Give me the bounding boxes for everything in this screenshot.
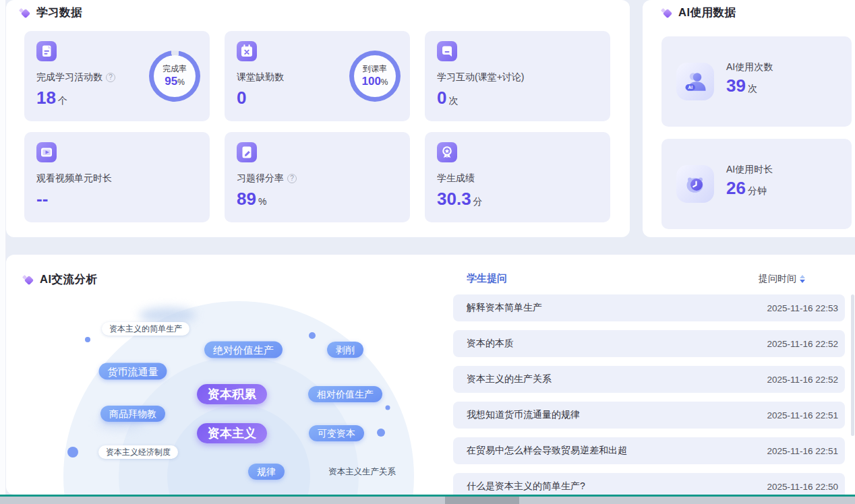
keyword-pill[interactable]: 资本主义经济制度 bbox=[98, 445, 178, 459]
learning-section-header: 学习数据 bbox=[20, 5, 82, 20]
ai-card-label: AI使用次数 bbox=[726, 61, 773, 73]
questions-header-row: 学生提问 提问时间 bbox=[467, 272, 851, 285]
question-row[interactable]: 资本主义的生产关系2025-11-16 22:52 bbox=[453, 366, 845, 393]
keyword-pill[interactable]: 规律 bbox=[248, 464, 285, 480]
section-diamond-icon bbox=[20, 7, 30, 18]
keyword-pill[interactable]: 相对价值生产 bbox=[308, 386, 382, 402]
learning-data-panel: 学习数据 完成学习活动数?18个完成率95%课堂缺勤数0到课率100%学习互动(… bbox=[6, 0, 630, 237]
decorative-blob bbox=[139, 307, 196, 323]
stat-label: 课堂缺勤数 bbox=[237, 71, 284, 84]
keyword-pill: 资本主义生产关系 bbox=[328, 468, 396, 476]
question-time: 2025-11-16 22:53 bbox=[767, 303, 838, 313]
questions-scrollbar-thumb[interactable] bbox=[851, 294, 854, 436]
question-row[interactable]: 资本的本质2025-11-16 22:52 bbox=[453, 330, 845, 357]
ai-analysis-panel: AI交流分析 资本主义的简单生产绝对价值生产剥削货币流通量资本积累相对价值生产商… bbox=[6, 255, 855, 495]
ai-cards-list: AIAI使用次数39次AI使用时长26分钟 bbox=[661, 36, 852, 241]
question-time: 2025-11-16 22:51 bbox=[767, 446, 838, 456]
stat-label: 观看视频单元时长 bbox=[36, 172, 112, 185]
decorative-dot bbox=[67, 447, 78, 458]
ai-card-info: AI使用次数39次 bbox=[726, 61, 773, 96]
ai-usage-panel: AI使用数据 AIAI使用次数39次AI使用时长26分钟 bbox=[643, 0, 855, 237]
stat-value: 18个 bbox=[36, 88, 67, 108]
ai-usage-section-header: AI使用数据 bbox=[661, 5, 736, 20]
stat-value: 30.3分 bbox=[437, 189, 483, 210]
section-diamond-icon bbox=[23, 274, 34, 285]
keyword-cloud: 资本主义的简单生产绝对价值生产剥削货币流通量资本积累相对价值生产商品拜物教资本主… bbox=[6, 255, 451, 495]
stat-value: 0 bbox=[237, 88, 248, 108]
svg-text:AI: AI bbox=[688, 85, 693, 90]
question-row[interactable]: 什么是资本主义的简单生产?2025-11-16 22:50 bbox=[453, 473, 845, 495]
stat-card-chat: 学习互动(课堂+讨论)0次 bbox=[425, 31, 610, 121]
help-icon[interactable]: ? bbox=[287, 174, 297, 183]
decorative-dot bbox=[377, 429, 385, 437]
keyword-pill[interactable]: 货币流通量 bbox=[99, 363, 167, 380]
question-text: 我想知道货币流通量的规律 bbox=[467, 409, 580, 421]
keyword-pill[interactable]: 剥削 bbox=[327, 342, 363, 358]
ring-text: 完成率95% bbox=[149, 51, 200, 102]
stat-card-calendar-x: 课堂缺勤数0到课率100% bbox=[225, 31, 410, 121]
horizontal-scrollbar[interactable] bbox=[0, 497, 855, 504]
page-left-strip bbox=[0, 0, 6, 504]
stat-card-document: 完成学习活动数?18个完成率95% bbox=[24, 31, 210, 121]
section-title: 学习数据 bbox=[36, 5, 82, 20]
horizontal-scrollbar-thumb[interactable] bbox=[445, 497, 519, 504]
stat-label: 学生成绩 bbox=[437, 172, 475, 185]
question-row[interactable]: 解释资本简单生产2025-11-16 22:53 bbox=[453, 294, 845, 321]
time-sort-control[interactable]: 提问时间 bbox=[759, 273, 805, 285]
stat-value: 0次 bbox=[437, 88, 458, 108]
stat-card-exercise: 习题得分率?89% bbox=[225, 132, 410, 222]
question-text: 什么是资本主义的简单生产? bbox=[467, 480, 585, 493]
section-diamond-icon bbox=[661, 7, 672, 18]
question-rows: 解释资本简单生产2025-11-16 22:53资本的本质2025-11-16 … bbox=[453, 294, 845, 495]
learning-cards-grid: 完成学习活动数?18个完成率95%课堂缺勤数0到课率100%学习互动(课堂+讨论… bbox=[24, 31, 610, 222]
question-time: 2025-11-16 22:51 bbox=[767, 410, 838, 420]
progress-ring: 完成率95% bbox=[149, 51, 200, 102]
video-icon bbox=[36, 142, 57, 162]
ai-card-value: 26分钟 bbox=[726, 178, 773, 199]
exercise-icon bbox=[237, 142, 257, 162]
question-row[interactable]: 我想知道货币流通量的规律2025-11-16 22:51 bbox=[453, 402, 845, 429]
keyword-pill[interactable]: 资本主义 bbox=[197, 423, 267, 443]
question-time: 2025-11-16 22:52 bbox=[767, 375, 838, 385]
help-icon[interactable]: ? bbox=[106, 73, 115, 82]
ai-card-ai-clock: AI使用时长26分钟 bbox=[661, 139, 852, 229]
question-time: 2025-11-16 22:50 bbox=[767, 482, 838, 492]
question-row[interactable]: 在贸易中怎么样会导致贸易逆差和出超2025-11-16 22:51 bbox=[453, 437, 845, 464]
ai-card-ai-user: AIAI使用次数39次 bbox=[661, 36, 852, 127]
chat-icon bbox=[437, 41, 457, 61]
ring-text: 到课率100% bbox=[349, 51, 401, 102]
question-text: 资本主义的生产关系 bbox=[467, 373, 552, 385]
stat-card-medal: 学生成绩30.3分 bbox=[425, 132, 610, 222]
decorative-dot bbox=[386, 406, 390, 410]
time-column-title: 提问时间 bbox=[759, 273, 796, 285]
question-time: 2025-11-16 22:52 bbox=[767, 339, 838, 349]
ai-analysis-section-header: AI交流分析 bbox=[23, 272, 98, 287]
ai-card-label: AI使用时长 bbox=[726, 164, 773, 176]
medal-icon bbox=[437, 142, 457, 162]
keyword-pill[interactable]: 可变资本 bbox=[309, 425, 364, 441]
ai-card-value: 39次 bbox=[726, 75, 773, 96]
keyword-pill[interactable]: 资本积累 bbox=[197, 384, 267, 404]
section-title: AI使用数据 bbox=[678, 5, 736, 20]
document-icon bbox=[36, 41, 57, 61]
keyword-pill[interactable]: 商品拜物教 bbox=[100, 406, 165, 422]
ai-clock-icon bbox=[676, 165, 714, 203]
questions-column-title: 学生提问 bbox=[467, 272, 507, 285]
question-text: 资本的本质 bbox=[467, 338, 514, 350]
question-text: 在贸易中怎么样会导致贸易逆差和出超 bbox=[467, 445, 627, 457]
keyword-pill[interactable]: 绝对价值生产 bbox=[204, 342, 283, 358]
stat-label: 习题得分率? bbox=[237, 172, 297, 185]
stat-card-video: 观看视频单元时长-- bbox=[24, 132, 210, 222]
stat-label: 完成学习活动数? bbox=[36, 71, 115, 84]
sort-arrows-icon bbox=[800, 275, 805, 283]
question-text: 解释资本简单生产 bbox=[467, 302, 542, 314]
progress-ring: 到课率100% bbox=[349, 51, 401, 102]
keyword-pill[interactable]: 资本主义的简单生产 bbox=[102, 322, 189, 336]
stat-value: 89% bbox=[237, 189, 266, 210]
student-questions-list: 学生提问 提问时间 解释资本简单生产2025-11-16 22:53资本的本质2… bbox=[453, 255, 855, 495]
section-title: AI交流分析 bbox=[40, 272, 98, 287]
stat-label: 学习互动(课堂+讨论) bbox=[437, 71, 525, 84]
ai-card-info: AI使用时长26分钟 bbox=[726, 164, 773, 199]
decorative-dot bbox=[309, 332, 316, 339]
decorative-dot bbox=[85, 337, 90, 342]
